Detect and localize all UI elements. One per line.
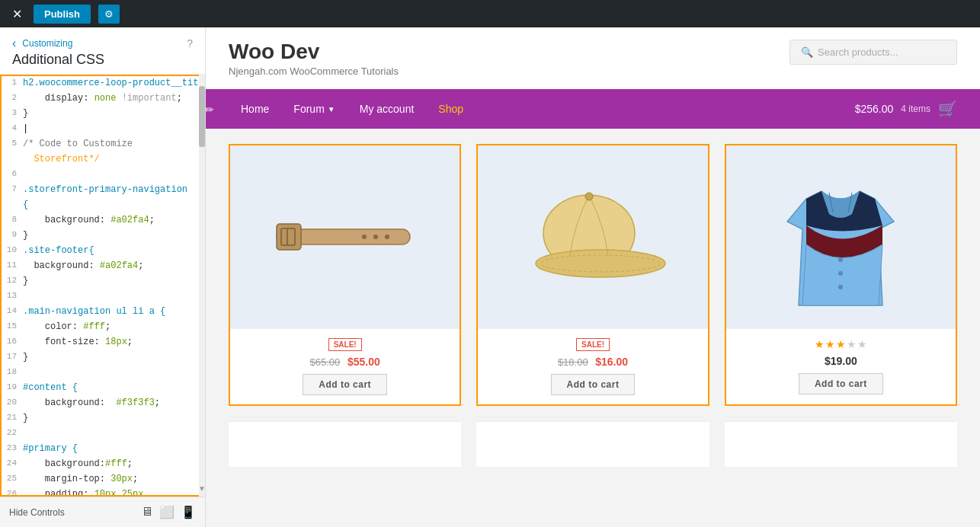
product-info-cap: SALE! $18.00 $16.00 Add to cart (478, 328, 707, 404)
code-line: 20 background: #f3f3f3; (2, 396, 203, 411)
cart-items-count: 4 items (901, 104, 930, 114)
sale-badge-cap: SALE! (576, 338, 610, 351)
search-icon: 🔍 (801, 46, 813, 58)
products-grid: SALE! $65.00 $55.00 Add to cart (229, 144, 957, 406)
code-line: 23 #primary { (2, 442, 203, 457)
code-line: 18 (2, 366, 203, 381)
main-layout: ‹ Customizing ? Additional CSS 1 h2.wooc… (0, 27, 980, 527)
star-4-half: ★ (847, 338, 857, 350)
product-card-partial-1 (229, 421, 461, 467)
product-info-shirt: ★ ★ ★ ★ ★ $19.00 Add to cart (726, 328, 956, 404)
code-line: 10 .site-footer{ (2, 244, 203, 259)
code-line: 11 background: #a02fa4; (2, 259, 203, 274)
product-image-cap (478, 145, 707, 328)
cart-amount: $256.00 (855, 103, 894, 115)
forum-dropdown-icon: ▼ (328, 105, 335, 113)
product-card-cap: SALE! $18.00 $16.00 Add to cart (476, 144, 709, 406)
help-icon[interactable]: ? (187, 37, 193, 50)
code-line: Storefront*/ (2, 152, 203, 168)
code-line: 24 background:#fff; (2, 457, 203, 472)
close-button[interactable]: ✕ (6, 3, 27, 24)
gear-button[interactable]: ⚙ (98, 5, 120, 24)
nav-my-account[interactable]: My account (347, 89, 427, 129)
code-area[interactable]: 1 h2.woocommerce-loop-product__title { 2… (0, 75, 205, 497)
preview-area: Woo Dev Njengah.com WooCommerce Tutorial… (206, 27, 980, 527)
site-header: Woo Dev Njengah.com WooCommerce Tutorial… (206, 27, 980, 89)
add-to-cart-belt[interactable]: Add to cart (303, 374, 387, 395)
svg-point-13 (838, 285, 843, 289)
code-line: 26 padding: 10px 25px (2, 487, 203, 497)
scroll-down[interactable]: ▼ (199, 483, 205, 493)
code-line: 22 (2, 426, 203, 442)
back-arrow[interactable]: ‹ (12, 37, 16, 50)
site-branding: Woo Dev Njengah.com WooCommerce Tutorial… (229, 40, 399, 77)
code-line: 16 font-size: 18px; (2, 335, 203, 350)
hide-controls-button[interactable]: Hide Controls (9, 507, 65, 518)
code-line: 1 h2.woocommerce-loop-product__title { (2, 76, 203, 91)
scroll-thumb[interactable] (199, 86, 205, 147)
product-card-belt: SALE! $65.00 $55.00 Add to cart (229, 144, 461, 406)
publish-button[interactable]: Publish (34, 5, 91, 24)
svg-point-9 (585, 193, 593, 200)
code-line: 2 display: none !important; (2, 91, 203, 107)
svg-point-1 (373, 235, 378, 239)
code-line: 5 /* Code to Customize (2, 137, 203, 152)
code-editor[interactable]: 1 h2.woocommerce-loop-product__title { 2… (0, 75, 205, 497)
search-bar[interactable]: 🔍 Search products... (789, 40, 957, 65)
cart-icon[interactable]: 🛒 (938, 100, 957, 118)
nav-shop[interactable]: Shop (426, 89, 476, 129)
price-area-shirt: $19.00 (738, 355, 943, 367)
product-card-partial-2 (476, 421, 709, 467)
product-image-belt (230, 145, 460, 328)
code-line: 7 .storefront-primary-navigation (2, 183, 203, 198)
site-title: Woo Dev (229, 40, 399, 64)
svg-point-12 (838, 271, 843, 276)
top-bar: ✕ Publish ⚙ (0, 0, 980, 27)
star-3: ★ (836, 338, 846, 350)
price-area-belt: $65.00 $55.00 (242, 356, 447, 368)
nav-links: Home Forum ▼ My account Shop (229, 89, 476, 129)
sale-badge-belt: SALE! (328, 338, 362, 351)
code-line: 12 } (2, 274, 203, 289)
add-to-cart-shirt[interactable]: Add to cart (799, 373, 883, 394)
desktop-icon[interactable]: 🖥 (141, 505, 153, 519)
nav-forum[interactable]: Forum ▼ (281, 89, 347, 129)
code-line: 15 color: #fff; (2, 320, 203, 335)
products-section: SALE! $65.00 $55.00 Add to cart (206, 129, 980, 482)
code-line: 9 } (2, 228, 203, 244)
svg-point-2 (385, 235, 389, 239)
scrollbar[interactable]: ▼ (199, 75, 205, 497)
sidebar-title: Additional CSS (12, 52, 193, 68)
product-image-shirt (726, 145, 956, 328)
sidebar: ‹ Customizing ? Additional CSS 1 h2.wooc… (0, 27, 206, 527)
code-line: 6 (2, 168, 203, 183)
add-to-cart-cap[interactable]: Add to cart (551, 374, 636, 395)
sale-price-belt: $55.00 (347, 356, 380, 368)
star-1: ★ (815, 338, 825, 350)
svg-point-3 (362, 235, 367, 239)
code-line: { (2, 198, 203, 213)
products-row-2 (229, 421, 957, 467)
code-line: 25 margin-top: 30px; (2, 472, 203, 487)
shirt-svg (772, 153, 909, 321)
product-card-shirt: ★ ★ ★ ★ ★ $19.00 Add to cart (725, 144, 957, 406)
code-line: 3 } (2, 107, 203, 122)
sale-price-cap: $16.00 (595, 356, 628, 368)
sidebar-bottom: Hide Controls 🖥 ⬜ 📱 (0, 497, 205, 527)
mobile-icon[interactable]: 📱 (181, 505, 196, 519)
product-card-partial-3 (725, 421, 957, 467)
search-placeholder: Search products... (818, 46, 898, 58)
price-area-cap: $18.00 $16.00 (490, 356, 695, 368)
tablet-icon[interactable]: ⬜ (159, 505, 175, 519)
nav-wrapper: ✏ Home Forum ▼ My account Shop $256.00 4… (206, 89, 980, 129)
nav-bar: Home Forum ▼ My account Shop $256.00 4 i… (206, 89, 980, 129)
code-line: 13 (2, 289, 203, 305)
sidebar-header: ‹ Customizing ? Additional CSS (0, 27, 205, 75)
nav-home[interactable]: Home (229, 89, 281, 129)
svg-point-11 (838, 257, 843, 262)
star-5-empty: ★ (857, 338, 867, 350)
belt-svg (269, 203, 421, 271)
code-line: 8 background: #a02fa4; (2, 213, 203, 228)
code-line: 14 .main-navigation ul li a { (2, 305, 203, 320)
star-rating-shirt: ★ ★ ★ ★ ★ (738, 338, 943, 350)
